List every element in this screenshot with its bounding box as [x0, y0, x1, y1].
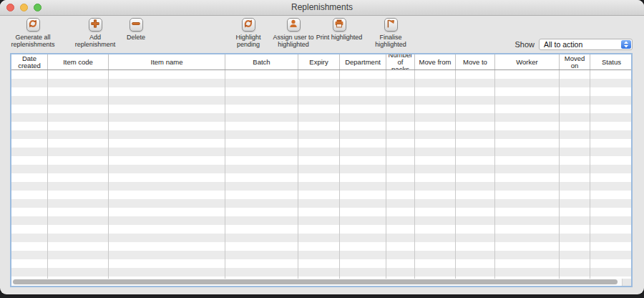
- plus-icon: [90, 19, 100, 32]
- window-title: Replenishments: [0, 0, 644, 15]
- show-dropdown-value: All to action: [540, 40, 632, 49]
- dropdown-stepper-icon: [621, 40, 631, 49]
- tool-button-label: Add replenishment: [72, 34, 119, 48]
- column-divider: [455, 70, 456, 279]
- tool-button-label: Finalise highlighted: [368, 34, 414, 48]
- traffic-lights: [6, 4, 42, 11]
- column-divider: [494, 70, 495, 279]
- close-button[interactable]: [6, 4, 14, 11]
- show-label: Show: [514, 40, 535, 49]
- finalise-highlighted-button[interactable]: Finalise highlighted: [368, 18, 414, 48]
- column-header-department[interactable]: Department: [340, 54, 386, 69]
- show-filter-group: Show All to action: [514, 39, 633, 50]
- scrollbar-corner: [622, 279, 631, 286]
- delete-button[interactable]: Delete: [114, 18, 157, 41]
- column-divider: [339, 70, 340, 279]
- column-divider: [386, 70, 386, 279]
- column-divider: [47, 70, 48, 279]
- column-header-batch[interactable]: Batch: [225, 54, 298, 69]
- column-divider: [559, 70, 560, 279]
- minus-icon: [131, 19, 141, 32]
- column-header-move-from[interactable]: Move from: [415, 54, 456, 69]
- print-highlighted-button[interactable]: Print highlighted: [305, 18, 374, 41]
- column-header-item-name[interactable]: Item name: [109, 54, 225, 69]
- table-header: Date createdItem codeItem nameBatchExpir…: [11, 54, 631, 70]
- printer-icon: [334, 19, 344, 32]
- add-replenishment-button[interactable]: Add replenishment: [72, 18, 119, 48]
- column-header-date-created[interactable]: Date created: [11, 54, 48, 69]
- flag-icon: [386, 19, 396, 32]
- column-divider: [590, 70, 590, 279]
- column-divider: [225, 70, 225, 279]
- titlebar: Replenishments: [0, 0, 644, 16]
- horizontal-scrollbar[interactable]: [11, 279, 623, 286]
- generate-all-replenishments-button[interactable]: Generate all replenishments: [1, 18, 64, 48]
- column-divider: [298, 70, 298, 279]
- tool-button-label: Generate all replenishments: [1, 34, 64, 48]
- table-body[interactable]: [11, 70, 631, 279]
- user-icon: [288, 19, 298, 32]
- column-header-worker[interactable]: Worker: [495, 54, 560, 69]
- zoom-button[interactable]: [34, 4, 42, 11]
- column-divider: [108, 70, 109, 279]
- column-header-moved-on[interactable]: Moved on: [560, 54, 590, 69]
- column-divider: [414, 70, 415, 279]
- replenishments-table: Date createdItem codeItem nameBatchExpir…: [10, 53, 633, 287]
- column-header-item-code[interactable]: Item code: [48, 54, 109, 69]
- sync-icon: [243, 19, 253, 32]
- toolbar: Generate all replenishmentsAdd replenish…: [0, 16, 644, 54]
- column-header-expiry[interactable]: Expiry: [298, 54, 340, 69]
- tool-button-label: Print highlighted: [305, 34, 374, 41]
- tool-button-label: Delete: [114, 34, 157, 41]
- show-dropdown[interactable]: All to action: [539, 39, 633, 50]
- replenishments-window: Replenishments Generate all replenishmen…: [0, 0, 644, 294]
- column-header-number-of-packs[interactable]: Number of packs: [386, 54, 415, 69]
- column-header-status[interactable]: Status: [590, 54, 633, 69]
- scrollbar-thumb[interactable]: [13, 279, 618, 284]
- column-header-move-to[interactable]: Move to: [456, 54, 495, 69]
- sync-icon: [28, 19, 38, 32]
- minimize-button[interactable]: [20, 4, 28, 11]
